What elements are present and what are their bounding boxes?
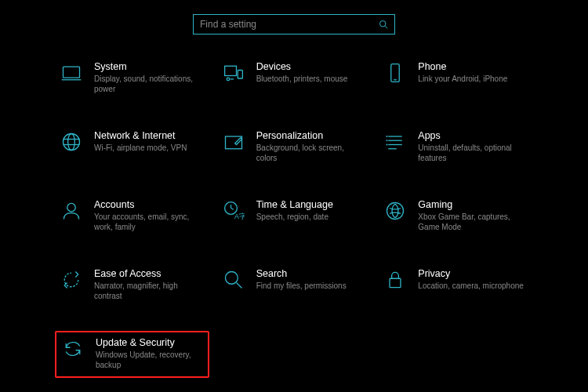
tile-sub: Windows Update, recovery, backup <box>96 350 203 370</box>
search-input[interactable] <box>200 19 379 30</box>
search-icon[interactable] <box>379 20 388 29</box>
tile-network[interactable]: Network & Internet Wi-Fi, airplane mode,… <box>55 127 209 166</box>
svg-rect-8 <box>391 64 400 82</box>
svg-line-25 <box>230 209 234 210</box>
svg-point-10 <box>64 134 80 151</box>
svg-point-22 <box>67 203 76 212</box>
tile-title: Privacy <box>418 268 524 279</box>
svg-point-11 <box>68 134 75 151</box>
tile-text: Gaming Xbox Game Bar, captures, Game Mod… <box>418 199 528 232</box>
tile-sub: Speech, region, date <box>256 212 333 222</box>
tile-title: Network & Internet <box>94 130 187 141</box>
tile-text: Ease of Access Narrator, magnifier, high… <box>94 268 204 301</box>
devices-icon <box>222 61 245 85</box>
tile-text: Search Find my files, permissions <box>256 268 347 291</box>
tile-gaming[interactable]: Gaming Xbox Game Bar, captures, Game Mod… <box>379 196 533 235</box>
tile-sub: Uninstall, defaults, optional features <box>418 143 528 163</box>
svg-rect-30 <box>390 278 401 287</box>
svg-point-0 <box>380 21 387 27</box>
tile-title: Ease of Access <box>94 268 204 279</box>
svg-rect-4 <box>224 66 236 75</box>
tile-personalization[interactable]: Personalization Background, lock screen,… <box>217 127 372 166</box>
tile-text: System Display, sound, notifications, po… <box>94 61 204 94</box>
search-container <box>0 0 588 58</box>
tile-text: Phone Link your Android, iPhone <box>418 61 507 84</box>
settings-grid: System Display, sound, notifications, po… <box>0 58 588 378</box>
personalization-icon <box>222 130 245 154</box>
tile-text: Personalization Background, lock screen,… <box>256 130 366 163</box>
svg-point-28 <box>225 272 238 285</box>
tile-devices[interactable]: Devices Bluetooth, printers, mouse <box>217 58 372 97</box>
tile-sub: Bluetooth, printers, mouse <box>256 74 348 84</box>
svg-point-6 <box>227 78 230 81</box>
tile-text: Apps Uninstall, defaults, optional featu… <box>418 130 528 163</box>
tile-sub: Narrator, magnifier, high contrast <box>94 281 204 301</box>
svg-point-20 <box>387 140 387 141</box>
tile-title: Search <box>256 268 347 279</box>
tile-time-language[interactable]: A字 Time & Language Speech, region, date <box>217 196 372 235</box>
phone-icon <box>383 61 407 85</box>
tile-text: Devices Bluetooth, printers, mouse <box>256 61 348 84</box>
tile-title: Apps <box>418 130 528 141</box>
tile-text: Network & Internet Wi-Fi, airplane mode,… <box>94 130 187 153</box>
tile-system[interactable]: System Display, sound, notifications, po… <box>55 58 209 97</box>
tile-title: Accounts <box>94 199 204 210</box>
tile-title: System <box>94 61 204 72</box>
tile-title: Phone <box>418 61 507 72</box>
tile-privacy[interactable]: Privacy Location, camera, microphone <box>379 265 533 304</box>
tile-sub: Xbox Game Bar, captures, Game Mode <box>418 212 528 232</box>
update-security-icon <box>61 337 85 361</box>
svg-point-21 <box>387 144 387 145</box>
tile-text: Privacy Location, camera, microphone <box>418 268 524 291</box>
tile-sub: Find my files, permissions <box>256 281 347 291</box>
tile-sub: Background, lock screen, colors <box>256 143 366 163</box>
tile-text: Update & Security Windows Update, recove… <box>96 337 203 370</box>
svg-rect-2 <box>64 67 80 78</box>
tile-search[interactable]: Search Find my files, permissions <box>217 265 372 304</box>
tile-accounts[interactable]: Accounts Your accounts, email, sync, wor… <box>55 196 209 235</box>
tile-text: Accounts Your accounts, email, sync, wor… <box>94 199 204 232</box>
tile-text: Time & Language Speech, region, date <box>256 199 333 222</box>
svg-line-1 <box>385 26 387 28</box>
apps-icon <box>383 130 407 154</box>
tile-sub: Display, sound, notifications, power <box>94 74 204 94</box>
privacy-icon <box>383 268 407 292</box>
tile-title: Devices <box>256 61 348 72</box>
accounts-icon <box>60 199 83 223</box>
tile-title: Gaming <box>418 199 528 210</box>
tile-ease-of-access[interactable]: Ease of Access Narrator, magnifier, high… <box>55 265 209 304</box>
tile-phone[interactable]: Phone Link your Android, iPhone <box>379 58 533 97</box>
ease-of-access-icon <box>60 268 83 292</box>
tile-sub: Wi-Fi, airplane mode, VPN <box>94 143 187 153</box>
tile-title: Time & Language <box>256 199 333 210</box>
tile-apps[interactable]: Apps Uninstall, defaults, optional featu… <box>379 127 533 166</box>
system-icon <box>60 61 83 85</box>
svg-line-29 <box>236 283 241 289</box>
tile-title: Update & Security <box>96 337 203 348</box>
tile-sub: Location, camera, microphone <box>418 281 524 291</box>
svg-rect-5 <box>238 71 242 79</box>
search-box[interactable] <box>193 14 395 34</box>
time-language-icon: A字 <box>222 199 245 223</box>
tile-title: Personalization <box>256 130 366 141</box>
search-tile-icon <box>222 268 245 292</box>
svg-point-27 <box>387 203 404 220</box>
svg-text:A字: A字 <box>234 212 245 220</box>
gaming-icon <box>383 199 407 223</box>
network-icon <box>60 130 83 154</box>
svg-point-19 <box>387 136 387 137</box>
tile-sub: Link your Android, iPhone <box>418 74 507 84</box>
tile-sub: Your accounts, email, sync, work, family <box>94 212 204 232</box>
tile-update-security[interactable]: Update & Security Windows Update, recove… <box>55 331 209 378</box>
